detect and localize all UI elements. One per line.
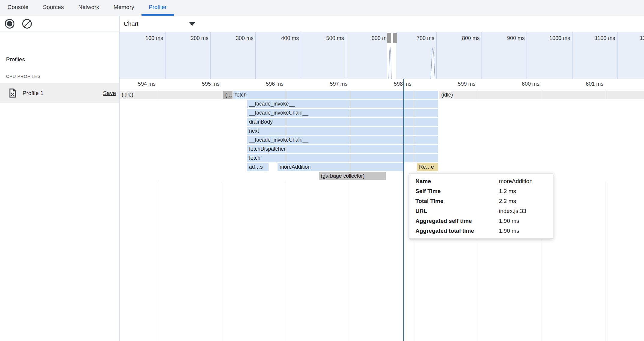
tooltip-row: Total Time2.2 ms [415, 196, 547, 206]
flame-bar[interactable]: drainBody [247, 118, 438, 126]
profiles-heading: Profiles [6, 56, 25, 63]
flame-bar[interactable]: fetch [233, 91, 438, 99]
ruler-tick-label: 600 ms [493, 81, 539, 88]
flame-bar[interactable]: moreAddition [278, 163, 404, 171]
panel-tab-bar: ConsoleSourcesNetworkMemoryProfiler [0, 0, 644, 16]
grid-line-highlight [606, 91, 606, 181]
playhead-marker-line [403, 79, 404, 341]
tooltip-value: 2.2 ms [499, 196, 516, 206]
ruler-tick-label: 595 ms [173, 81, 220, 88]
grid-line-highlight [478, 91, 478, 181]
grid-line-highlight [222, 91, 222, 181]
tooltip-row: NamemoreAddition [415, 176, 547, 186]
profile-list-item[interactable]: Profile 1 Save [0, 83, 119, 103]
tooltip-label: Aggregated self time [415, 216, 499, 226]
tooltip-value: index.js:33 [499, 206, 526, 216]
tab-network[interactable]: Network [71, 0, 106, 16]
chart-view-toolbar: Chart [120, 16, 644, 32]
grid-line-highlight [542, 91, 542, 181]
tooltip-row: Aggregated total time1.90 ms [415, 226, 547, 236]
clear-icon[interactable] [22, 19, 32, 29]
flame-bar[interactable]: __facade_invokeChain__ [247, 136, 438, 144]
tooltip-label: Name [415, 176, 499, 186]
grid-line-highlight [414, 91, 414, 181]
flame-bar[interactable]: fetch [247, 154, 438, 162]
profiler-main-panel: Chart 100 ms200 ms300 ms400 ms500 ms600 … [120, 16, 644, 341]
flame-bar[interactable]: ad…s [247, 163, 269, 171]
tooltip-row: URLindex.js:33 [415, 206, 547, 216]
tooltip-label: Self Time [415, 186, 499, 196]
tooltip-row: Self Time1.2 ms [415, 186, 547, 196]
tab-memory[interactable]: Memory [106, 0, 141, 16]
grid-line-highlight [158, 91, 158, 181]
tooltip-value: 1.90 ms [499, 226, 519, 236]
tab-profiler[interactable]: Profiler [141, 0, 174, 16]
tooltip-value: 1.90 ms [499, 216, 519, 226]
view-mode-select[interactable]: Chart [124, 16, 195, 32]
tab-sources[interactable]: Sources [36, 0, 71, 16]
flame-bar[interactable]: __facade_invokeChain__ [247, 109, 438, 117]
tooltip-row: Aggregated self time1.90 ms [415, 216, 547, 226]
ruler-tick-label: 597 ms [301, 81, 348, 88]
flame-bar[interactable]: fetchDispatcher [247, 145, 438, 153]
flame-bar[interactable]: (… [223, 91, 232, 99]
tab-console[interactable]: Console [0, 0, 36, 16]
tooltip-label: Aggregated total time [415, 226, 499, 236]
profile-name: Profile 1 [23, 90, 103, 97]
chevron-down-icon [189, 22, 195, 26]
grid-line-highlight [350, 91, 350, 181]
tooltip-label: Total Time [415, 196, 499, 206]
frame-tooltip: NamemoreAdditionSelf Time1.2 msTotal Tim… [409, 173, 553, 239]
flame-bar[interactable]: next [247, 127, 438, 135]
devtools-window: ConsoleSourcesNetworkMemoryProfiler Prof… [0, 0, 644, 341]
cpu-activity-spikes [120, 32, 644, 79]
cpu-profiles-section-label: CPU PROFILES [6, 74, 41, 79]
cpu-profile-document-icon [9, 88, 17, 98]
flame-bar[interactable]: (idle) [120, 91, 223, 99]
ruler-tick-label: 599 ms [429, 81, 475, 88]
ruler-tick-label: 594 ms [120, 81, 156, 88]
timeline-overview[interactable]: 100 ms200 ms300 ms400 ms500 ms600 ms700 … [120, 32, 644, 80]
flame-chart: 594 ms595 ms596 ms597 ms598 ms599 ms600 … [120, 79, 644, 341]
flame-bar[interactable]: __facade_invoke__ [247, 100, 438, 108]
record-icon[interactable] [5, 19, 14, 29]
ruler-tick-label: 601 ms [557, 81, 603, 88]
ruler-tick-label: 596 ms [237, 81, 284, 88]
tooltip-value: moreAddition [499, 176, 533, 186]
save-profile-link[interactable]: Save [103, 90, 116, 97]
tooltip-value: 1.2 ms [499, 186, 516, 196]
ruler-tick-label: 598 ms [365, 81, 412, 88]
grid-line-highlight [286, 91, 286, 181]
profiles-sidebar: Profiles CPU PROFILES Profile 1 Save [0, 16, 120, 341]
view-mode-value: Chart [124, 20, 138, 27]
flame-bar[interactable]: Re…e [417, 163, 438, 171]
tooltip-label: URL [415, 206, 499, 216]
profiler-controls-toolbar [0, 16, 119, 32]
flame-bar[interactable]: (garbage collector) [319, 172, 386, 180]
